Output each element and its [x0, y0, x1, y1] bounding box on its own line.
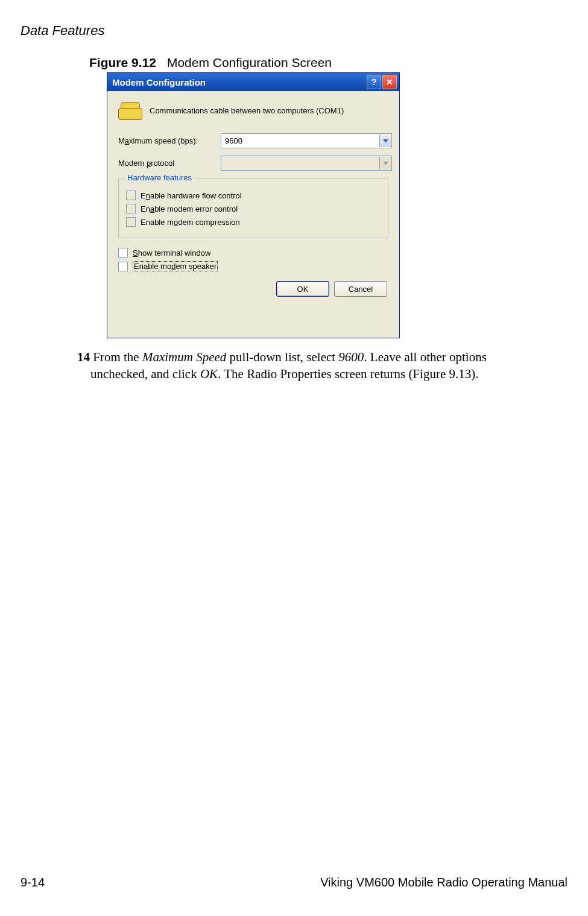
figure-caption: Figure 9.12Modem Configuration Screen [89, 55, 332, 70]
protocol-combo [221, 156, 392, 171]
group-title: Hardware features [125, 173, 194, 182]
close-button[interactable]: ✕ [382, 75, 397, 89]
figure-number: Figure 9.12 [89, 55, 156, 69]
page-number: 9-14 [21, 876, 45, 889]
help-icon: ? [371, 77, 377, 87]
error-control-label: Enable modem error control [141, 204, 238, 213]
device-text: Communications cable between two compute… [150, 106, 344, 115]
instruction-step-14: 14 From the Maximum Speed pull-down list… [77, 349, 499, 383]
max-speed-value: 9600 [225, 136, 242, 145]
modem-icon [118, 101, 141, 120]
modem-config-dialog: Modem Configuration ? ✕ Communications c… [107, 72, 400, 338]
help-button[interactable]: ? [367, 75, 381, 89]
cancel-button[interactable]: Cancel [334, 281, 387, 297]
terminal-window-label: Show terminal window [133, 248, 210, 257]
figure-title: Modem Configuration Screen [167, 55, 332, 69]
compression-label: Enable modem compression [141, 218, 240, 227]
dialog-title: Modem Configuration [112, 77, 206, 87]
hardware-features-group: Hardware features Enable hardware flow c… [118, 178, 388, 238]
modem-speaker-checkbox-row[interactable]: Enable modem speaker [118, 261, 392, 271]
manual-title: Viking VM600 Mobile Radio Operating Manu… [320, 876, 567, 889]
max-speed-combo[interactable]: 9600 [221, 133, 392, 148]
compression-checkbox-row[interactable]: Enable modem compression [126, 217, 381, 227]
close-icon: ✕ [386, 77, 393, 87]
hw-flow-label: Enable hardware flow control [141, 191, 242, 200]
protocol-row: Modem protocol [115, 156, 392, 171]
checkbox-icon[interactable] [126, 217, 136, 227]
checkbox-icon[interactable] [126, 191, 136, 200]
checkbox-icon[interactable] [118, 262, 128, 271]
chevron-down-icon[interactable] [379, 134, 391, 147]
titlebar[interactable]: Modem Configuration ? ✕ [107, 73, 399, 91]
max-speed-label: Maximum speed (bps): [118, 136, 221, 145]
protocol-label: Modem protocol [118, 159, 221, 168]
section-title: Data Features [21, 23, 104, 39]
hw-flow-checkbox-row[interactable]: Enable hardware flow control [126, 191, 381, 200]
checkbox-icon[interactable] [118, 248, 128, 257]
max-speed-row: Maximum speed (bps): 9600 [115, 133, 392, 148]
checkbox-icon[interactable] [126, 204, 136, 213]
ok-button[interactable]: OK [276, 281, 329, 297]
chevron-down-icon [379, 157, 391, 169]
device-row: Communications cable between two compute… [115, 101, 392, 120]
modem-speaker-label: Enable modem speaker [133, 261, 218, 271]
terminal-window-checkbox-row[interactable]: Show terminal window [118, 248, 392, 257]
step-number: 14 [77, 350, 90, 364]
error-control-checkbox-row[interactable]: Enable modem error control [126, 204, 381, 213]
